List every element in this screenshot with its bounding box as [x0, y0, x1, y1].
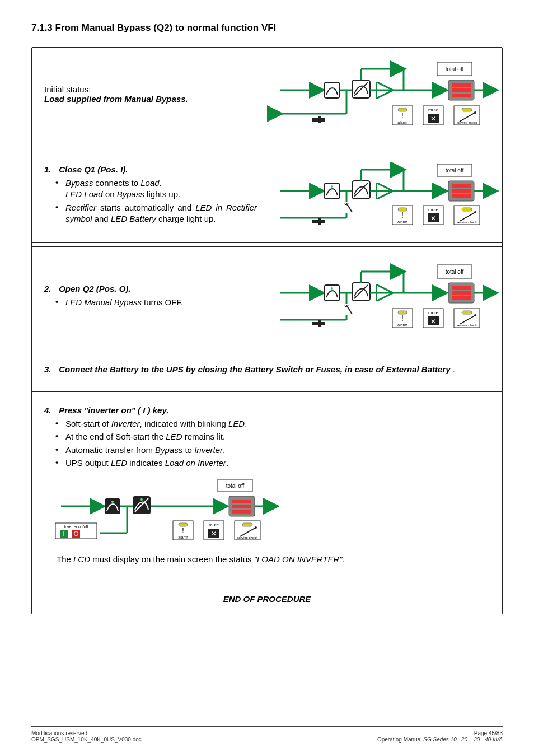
list-item: LED Manual Bypass turns OFF. [58, 297, 257, 308]
svg-rect-99 [232, 510, 251, 514]
footer-left-1: Modifications reserved [31, 730, 142, 736]
step-2-row: 2. Open Q2 (Pos. O). LED Manual Bypass t… [32, 250, 502, 343]
italic-text: LED Manual Bypass [65, 297, 142, 307]
step-4-note: The LCD must display on the main screen … [44, 554, 492, 564]
text: Operating Manual [377, 736, 423, 743]
alarm-label: alarm [397, 220, 407, 224]
text: indicates [127, 458, 165, 468]
total-off-label: total off [446, 269, 464, 275]
svg-point-105 [140, 498, 143, 501]
text: . [160, 178, 162, 188]
svg-rect-27 [462, 108, 472, 111]
italic-text: Bypass [155, 445, 182, 455]
service-check-label: service check [457, 221, 477, 224]
text: turns OFF. [142, 297, 183, 307]
total-off-label: total off [446, 66, 464, 72]
svg-text:I: I [63, 530, 64, 537]
inverter-onoff-label: inverter on/off [64, 525, 88, 529]
text: The [57, 554, 73, 564]
svg-point-124 [255, 526, 257, 529]
italic-text: Rectifier [65, 203, 96, 212]
list-item: Rectifier starts automatically and LED i… [58, 202, 257, 225]
italic-text: Load [140, 178, 159, 188]
footer-right-2: Operating Manual SG Series 10 –20 – 30 -… [377, 736, 503, 743]
step-1-text: 1. Close Q1 (Pos. I). Bypass connects to… [44, 165, 257, 226]
step-1-num: 1. [44, 165, 57, 174]
italic-text: "LOAD ON INVERTER". [254, 554, 345, 564]
svg-rect-4 [452, 94, 471, 97]
italic-text: LED Load [65, 189, 103, 199]
list-item: Soft-start of Inverter, indicated with b… [58, 418, 257, 430]
text: Soft-start of [65, 419, 111, 428]
step-2-title: Open Q2 (Pos. O). [59, 284, 130, 293]
svg-rect-32 [452, 189, 471, 193]
step-2-num: 2. [44, 284, 57, 293]
step-2-text: 2. Open Q2 (Pos. O). LED Manual Bypass t… [44, 284, 257, 310]
italic-text: SG Series 10 –20 – 30 - 40 kVA [423, 736, 503, 743]
section-heading: 7.1.3 From Manual Bypass (Q2) to normal … [31, 22, 503, 34]
italic-text: Load on Inverter [165, 458, 226, 468]
svg-text:✕: ✕ [430, 214, 436, 222]
service-check-label: service check [457, 121, 477, 124]
svg-point-94 [474, 314, 476, 316]
step-1-diagram: total off [264, 162, 499, 229]
mute-label: mute [428, 108, 438, 113]
list-item: UPS output LED indicates Load on Inverte… [58, 458, 257, 469]
step-2-diagram: total off [264, 260, 499, 333]
initial-line1: Initial status: [44, 85, 257, 94]
svg-rect-66 [452, 296, 471, 300]
text: lights up. [144, 189, 180, 199]
svg-text:✕: ✕ [211, 530, 217, 538]
initial-line2: Load supplied from Manual Bypass. [44, 94, 257, 104]
service-check-label: service check [237, 536, 258, 539]
svg-text:!: ! [401, 211, 404, 220]
step-4-title: Press "inverter on" ( I ) key. [59, 405, 168, 415]
svg-rect-123 [242, 523, 252, 526]
svg-text:!: ! [401, 111, 404, 120]
svg-point-102 [111, 501, 114, 503]
italic-text: Inverter [194, 445, 223, 455]
text: remains lit. [182, 432, 225, 441]
text: starts automatically and [96, 203, 195, 212]
italic-text: LED Battery [111, 214, 156, 223]
svg-rect-60 [462, 208, 472, 211]
italic-text: LCD [73, 554, 90, 564]
procedure-box: Initial status: Load supplied from Manua… [31, 47, 503, 614]
text: , indicated with blinking [140, 419, 228, 428]
text: . [223, 445, 225, 455]
svg-rect-6 [324, 82, 340, 98]
text: connects to [93, 178, 140, 188]
svg-text:✕: ✕ [430, 115, 436, 123]
footer-right-1: Page 45/83 [377, 730, 503, 736]
svg-line-81 [346, 305, 352, 314]
italic-text: Bypass [65, 178, 93, 188]
text: to [182, 445, 194, 455]
step-3-num: 3. [44, 365, 57, 374]
step-4-num: 4. [44, 405, 57, 415]
step-1-title: Close Q1 (Pos. I). [59, 165, 128, 174]
alarm-label: alarm [178, 535, 188, 539]
service-check-label: service check [457, 324, 477, 327]
text: . [245, 419, 247, 428]
svg-rect-93 [462, 311, 472, 314]
step-4-diagram: total off [44, 477, 492, 544]
svg-text:✕: ✕ [430, 318, 436, 325]
list-item: Automatic transfer from Bypass to Invert… [58, 445, 257, 456]
svg-rect-31 [452, 184, 471, 188]
svg-rect-64 [452, 286, 471, 290]
text: must display on the main screen the stat… [90, 554, 254, 564]
mute-label: mute [428, 310, 438, 315]
text: on [103, 189, 117, 199]
italic-text: LED [166, 432, 182, 441]
step-3-row: 3. Connect the Battery to the UPS by clo… [32, 354, 502, 384]
svg-point-28 [474, 111, 476, 114]
svg-rect-97 [232, 500, 251, 503]
end-of-procedure: END OF PROCEDURE [32, 584, 502, 614]
svg-rect-2 [452, 83, 471, 87]
svg-line-48 [346, 203, 352, 212]
text: and [92, 214, 111, 223]
text: UPS output [65, 458, 111, 468]
step-4-text: 4. Press "inverter on" ( I ) key. Soft-s… [44, 405, 257, 470]
svg-point-61 [474, 211, 476, 213]
svg-rect-3 [452, 88, 471, 92]
